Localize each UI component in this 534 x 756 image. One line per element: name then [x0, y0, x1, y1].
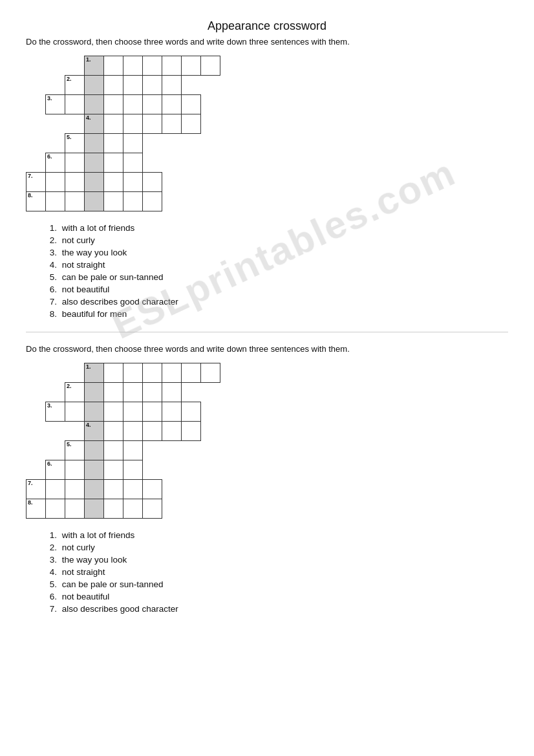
cell — [201, 383, 220, 402]
clue-item: 1. with a lot of friends — [45, 530, 508, 540]
cell — [123, 499, 143, 519]
cell — [123, 114, 143, 134]
cell — [46, 383, 65, 402]
cell-shaded — [85, 402, 104, 422]
cell — [162, 56, 182, 76]
cell — [104, 76, 123, 95]
cell — [143, 422, 162, 441]
cell — [201, 95, 220, 114]
cell — [143, 480, 162, 499]
cell-shaded: 4. — [85, 114, 104, 134]
cell — [104, 56, 123, 76]
cell — [46, 480, 65, 499]
cell — [123, 153, 143, 173]
cell — [201, 499, 220, 519]
cell-shaded — [85, 134, 104, 153]
cell-shaded — [85, 173, 104, 192]
cell: 2. — [65, 76, 85, 95]
cell — [65, 114, 85, 134]
cell — [182, 363, 201, 383]
clue-item: 2. not curly — [45, 235, 508, 245]
clue-item: 5. can be pale or sun-tanned — [45, 579, 508, 589]
cell: 8. — [27, 192, 46, 211]
cell — [201, 480, 220, 499]
cell — [201, 192, 220, 211]
cell-shaded — [85, 499, 104, 519]
cell — [182, 441, 201, 460]
cell — [182, 56, 201, 76]
cell — [104, 422, 123, 441]
cell — [162, 422, 182, 441]
cell — [143, 402, 162, 422]
cell — [143, 76, 162, 95]
cell — [201, 153, 220, 173]
cell — [104, 192, 123, 211]
cell — [162, 402, 182, 422]
cell — [182, 134, 201, 153]
cell — [27, 460, 46, 480]
cell — [27, 95, 46, 114]
cell — [46, 499, 65, 519]
cell — [123, 134, 143, 153]
cell — [182, 402, 201, 422]
cell-shaded — [85, 76, 104, 95]
clue-item: 5. can be pale or sun-tanned — [45, 272, 508, 282]
cell — [182, 76, 201, 95]
cell-shaded — [85, 95, 104, 114]
cell-shaded — [85, 441, 104, 460]
cell — [46, 173, 65, 192]
cell — [123, 56, 143, 76]
cell — [65, 95, 85, 114]
cell — [27, 153, 46, 173]
cell: 6. — [46, 153, 65, 173]
crossword-grid-2: 1. 2. 3. — [26, 363, 508, 519]
cell — [143, 499, 162, 519]
cell — [143, 383, 162, 402]
cell — [123, 173, 143, 192]
cell — [123, 441, 143, 460]
cell — [27, 114, 46, 134]
grid-table-1: 1. 2. — [26, 56, 220, 211]
cell-shaded: 4. — [85, 422, 104, 441]
cell — [104, 153, 123, 173]
cell — [65, 499, 85, 519]
cell — [162, 153, 182, 173]
cell — [162, 192, 182, 211]
cell — [46, 134, 65, 153]
cell — [46, 56, 65, 76]
cell — [182, 480, 201, 499]
clue-item: 6. not beautiful — [45, 285, 508, 294]
cell — [123, 460, 143, 480]
cell — [143, 153, 162, 173]
cell — [143, 134, 162, 153]
cell — [104, 363, 123, 383]
cell-shaded — [85, 383, 104, 402]
clue-item: 7. also describes good character — [45, 604, 508, 614]
cell — [143, 192, 162, 211]
cell — [182, 422, 201, 441]
cell — [162, 441, 182, 460]
clue-item: 4. not straight — [45, 567, 508, 577]
cell — [162, 76, 182, 95]
cell — [104, 460, 123, 480]
clues-list-2: 1. with a lot of friends2. not curly3. t… — [26, 530, 508, 614]
page-title: Appearance crossword — [26, 19, 508, 33]
cell-shaded — [85, 192, 104, 211]
cell — [162, 134, 182, 153]
cell — [104, 441, 123, 460]
cell — [27, 56, 46, 76]
cell: 5. — [65, 134, 85, 153]
cell — [201, 134, 220, 153]
cell — [65, 56, 85, 76]
cell-shaded: 1. — [85, 56, 104, 76]
instruction-top: Do the crossword, then choose three word… — [26, 37, 508, 47]
cell — [143, 95, 162, 114]
cell: 2. — [65, 383, 85, 402]
cell — [27, 402, 46, 422]
clue-item: 3. the way you look — [45, 555, 508, 565]
cell — [182, 173, 201, 192]
cell — [162, 95, 182, 114]
clue-item: 7. also describes good character — [45, 297, 508, 307]
cell: 3. — [46, 402, 65, 422]
cell — [201, 441, 220, 460]
